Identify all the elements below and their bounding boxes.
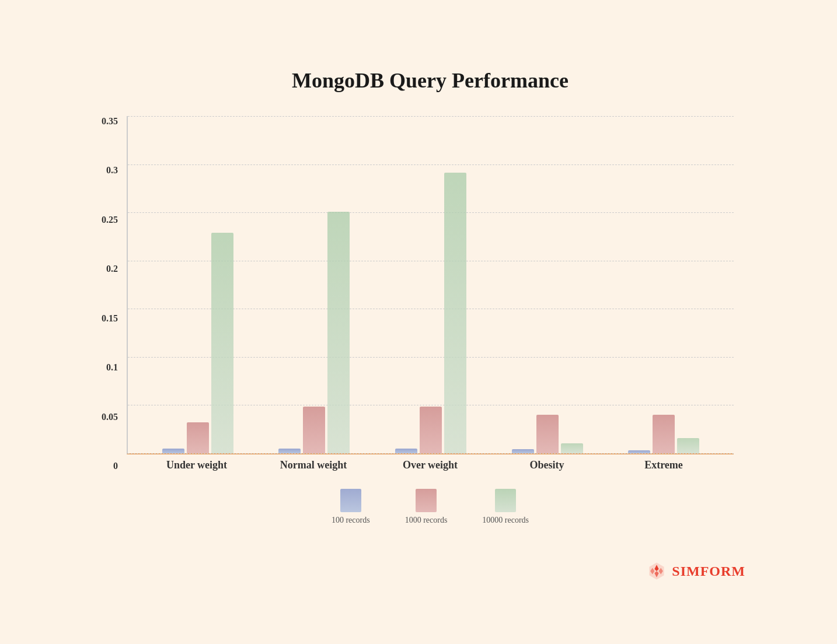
category-group: [512, 415, 583, 453]
legend-item: 100 records: [332, 489, 370, 525]
x-axis-label: Over weight: [372, 459, 489, 471]
y-axis-label: 0.3: [83, 165, 118, 176]
y-axis-label: 0.35: [83, 116, 118, 127]
y-axis-label: 0.1: [83, 362, 118, 373]
bar-blue: [278, 449, 301, 453]
simform-icon: [646, 561, 667, 582]
bar-group: [395, 173, 466, 453]
grid-line: [128, 453, 734, 454]
bar-blue: [162, 449, 184, 453]
category-group: [162, 233, 233, 453]
legend-item: 1000 records: [405, 489, 448, 525]
category-group: [628, 415, 699, 453]
x-axis-label: Under weight: [138, 459, 255, 471]
bar-green: [677, 438, 699, 454]
y-axis-label: 0.25: [83, 215, 118, 225]
y-axis-label: 0: [83, 461, 118, 471]
x-axis-label: Normal weight: [255, 459, 372, 471]
legend-swatch: [495, 489, 516, 512]
bar-green: [444, 173, 466, 453]
legend-label: 1000 records: [405, 516, 448, 525]
bar-red: [303, 407, 325, 453]
legend-swatch: [340, 489, 361, 512]
y-axis-label: 0.15: [83, 313, 118, 324]
bar-red: [187, 422, 209, 453]
chart-title: MongoDB Query Performance: [127, 68, 734, 93]
bar-green: [561, 443, 583, 453]
legend-item: 10000 records: [482, 489, 529, 525]
bars-wrapper: [128, 116, 734, 453]
bar-group: [278, 212, 350, 453]
simform-logo: SIMFORM: [646, 561, 745, 582]
x-axis-label: Obesity: [489, 459, 605, 471]
legend-label: 10000 records: [482, 516, 529, 525]
category-group: [278, 212, 350, 453]
bar-blue: [512, 449, 534, 453]
chart-container: MongoDB Query Performance 0.350.30.250.2…: [68, 45, 769, 599]
bar-red: [536, 415, 559, 453]
x-axis-label: Extreme: [605, 459, 722, 471]
bar-red: [420, 407, 442, 453]
bar-group: [512, 415, 583, 453]
bar-group: [162, 233, 233, 453]
bar-blue: [628, 450, 650, 453]
bar-green: [211, 233, 233, 453]
legend-area: 100 records1000 records10000 records: [127, 489, 734, 525]
chart-area: [127, 116, 734, 454]
bar-blue: [395, 449, 417, 453]
y-axis-label: 0.2: [83, 264, 118, 274]
legend-swatch: [416, 489, 437, 512]
bar-group: [628, 415, 699, 453]
y-axis-label: 0.05: [83, 412, 118, 422]
bar-green: [327, 212, 350, 453]
bar-red: [653, 415, 675, 453]
simform-text: SIMFORM: [672, 564, 745, 579]
legend-label: 100 records: [332, 516, 370, 525]
category-group: [395, 173, 466, 453]
